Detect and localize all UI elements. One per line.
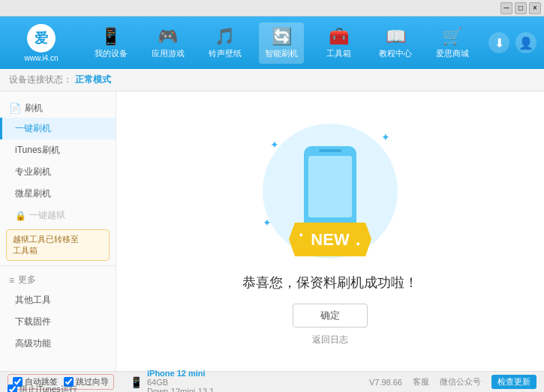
nav-flash-label: 智能刷机 <box>265 48 298 59</box>
user-button[interactable]: 👤 <box>515 32 536 53</box>
wechat-public-link[interactable]: 微信公众号 <box>440 376 481 388</box>
skip-wizard-label: 跳过向导 <box>76 376 109 388</box>
device-details: iPhone 12 mini 64GB Down-12mini-13,1 <box>147 369 214 393</box>
device-storage: 64GB <box>147 378 168 387</box>
my-device-icon: 📱 <box>101 27 121 46</box>
sidebar-section-flash-label: 刷机 <box>25 102 43 115</box>
sidebar-warning-box: 越狱工具已转移至工具箱 <box>6 229 110 261</box>
svg-text:✦: ✦ <box>355 240 361 248</box>
nav-apps[interactable]: 🎮 应用游戏 <box>146 22 191 64</box>
re-flash-link[interactable]: 返回日志 <box>312 334 348 346</box>
window-controls[interactable]: ─ □ × <box>500 2 541 14</box>
bottom-bar: 自动跳签 跳过向导 📱 iPhone 12 mini 64GB Down-12m… <box>0 371 544 392</box>
title-bar: ─ □ × <box>0 0 544 16</box>
nav-flash[interactable]: 🔄 智能刷机 <box>259 22 304 64</box>
main-area: 📄 刷机 一键刷机 iTunes刷机 专业刷机 微星刷机 🔒 一键越狱 越狱工具… <box>0 91 544 371</box>
nav-tutorials[interactable]: 📖 教程中心 <box>373 22 418 64</box>
nav-shop-label: 爱思商城 <box>436 48 469 59</box>
success-illustration: ✦ ✦ ✦ NEW ✦ ✦ <box>255 116 405 266</box>
sidebar-item-pro-flash[interactable]: 专业刷机 <box>0 161 116 183</box>
status-value: 正常模式 <box>75 73 111 86</box>
close-button[interactable]: × <box>529 2 541 14</box>
sidebar-item-itunes-flash[interactable]: iTunes刷机 <box>0 139 116 161</box>
nav-my-device[interactable]: 📱 我的设备 <box>89 22 134 64</box>
nav-my-device-label: 我的设备 <box>95 48 128 59</box>
flash-icon: 🔄 <box>272 27 292 46</box>
device-icon: 📱 <box>130 376 143 388</box>
bottom-device-info: 📱 iPhone 12 mini 64GB Down-12mini-13,1 <box>130 369 214 393</box>
stop-itunes-checkbox[interactable] <box>8 385 17 392</box>
shop-icon: 🛒 <box>442 27 462 46</box>
confirm-button[interactable]: 确定 <box>293 304 368 328</box>
sidebar: 📄 刷机 一键刷机 iTunes刷机 专业刷机 微星刷机 🔒 一键越狱 越狱工具… <box>0 91 116 371</box>
nav-toolbox-label: 工具箱 <box>326 48 351 59</box>
success-message: 恭喜您，保资料刷机成功啦！ <box>242 274 418 292</box>
sidebar-divider <box>0 265 116 266</box>
logo-url: www.i4.cn <box>24 54 58 62</box>
svg-rect-3 <box>319 149 341 152</box>
lock-icon: 🔒 <box>15 211 26 221</box>
sidebar-more-label: 更多 <box>18 274 36 286</box>
version-label: V7.98.66 <box>369 378 402 387</box>
new-badge-svg: NEW ✦ ✦ <box>289 223 371 256</box>
customer-service-link[interactable]: 客服 <box>413 376 429 388</box>
content-area: ✦ ✦ ✦ NEW ✦ ✦ 恭喜您，保资料刷机成功啦！ 确定 返回日志 <box>116 91 544 371</box>
sparkle-top-left: ✦ <box>270 139 279 151</box>
stop-itunes-label: 阻止iTunes运行 <box>20 384 77 392</box>
nav-tutorials-label: 教程中心 <box>379 48 412 59</box>
device-name: iPhone 12 mini <box>147 369 206 378</box>
header-right-buttons: ⬇ 👤 <box>488 32 536 53</box>
device-model: Down-12mini-13,1 <box>147 387 214 393</box>
sparkle-bottom-left: ✦ <box>263 217 272 229</box>
svg-text:NEW: NEW <box>311 230 350 249</box>
logo-icon: 爱 <box>27 24 56 52</box>
sidebar-more-header: ≡ 更多 <box>0 271 116 289</box>
sidebar-item-download-firmware[interactable]: 下载固件 <box>0 311 116 333</box>
apps-icon: 🎮 <box>158 27 178 46</box>
svg-text:✦: ✦ <box>298 231 304 239</box>
sidebar-item-jailbreak-disabled: 🔒 一键越狱 <box>0 205 116 226</box>
logo-area: 爱 www.i4.cn <box>8 24 75 62</box>
svg-rect-1 <box>308 156 352 217</box>
maximize-button[interactable]: □ <box>515 2 527 14</box>
warning-text: 越狱工具已转移至工具箱 <box>13 235 79 255</box>
more-header-icon: ≡ <box>9 275 14 286</box>
nav-ringtones-label: 铃声壁纸 <box>209 48 242 59</box>
minimize-button[interactable]: ─ <box>500 2 512 14</box>
nav-bar: 📱 我的设备 🎮 应用游戏 🎵 铃声壁纸 🔄 智能刷机 🧰 工具箱 📖 教程中心… <box>83 22 481 64</box>
header: 爱 www.i4.cn 📱 我的设备 🎮 应用游戏 🎵 铃声壁纸 🔄 智能刷机 … <box>0 16 544 69</box>
download-button[interactable]: ⬇ <box>488 32 509 53</box>
nav-ringtones[interactable]: 🎵 铃声壁纸 <box>203 22 248 64</box>
status-bar: 设备连接状态： 正常模式 <box>0 69 544 91</box>
sidebar-item-other-tools[interactable]: 其他工具 <box>0 289 116 311</box>
toolbox-icon: 🧰 <box>329 27 349 46</box>
new-badge-container: NEW ✦ ✦ <box>289 223 371 259</box>
ringtones-icon: 🎵 <box>215 27 235 46</box>
nav-shop[interactable]: 🛒 爱思商城 <box>430 22 475 64</box>
nav-toolbox[interactable]: 🧰 工具箱 <box>316 22 361 64</box>
sidebar-section-flash: 📄 刷机 <box>0 97 116 118</box>
tutorials-icon: 📖 <box>386 27 406 46</box>
sidebar-item-onekey-flash[interactable]: 一键刷机 <box>0 118 116 139</box>
bottom-right: V7.98.66 客服 微信公众号 检查更新 <box>369 375 536 389</box>
stop-itunes-container: 阻止iTunes运行 <box>8 384 77 392</box>
sidebar-item-advanced[interactable]: 高级功能 <box>0 333 116 355</box>
check-update-button[interactable]: 检查更新 <box>491 375 536 389</box>
nav-apps-label: 应用游戏 <box>152 48 185 59</box>
sidebar-item-micro-flash[interactable]: 微星刷机 <box>0 183 116 205</box>
status-label: 设备连接状态： <box>9 73 72 86</box>
flash-section-icon: 📄 <box>9 103 21 114</box>
sparkle-top-right: ✦ <box>381 131 390 143</box>
